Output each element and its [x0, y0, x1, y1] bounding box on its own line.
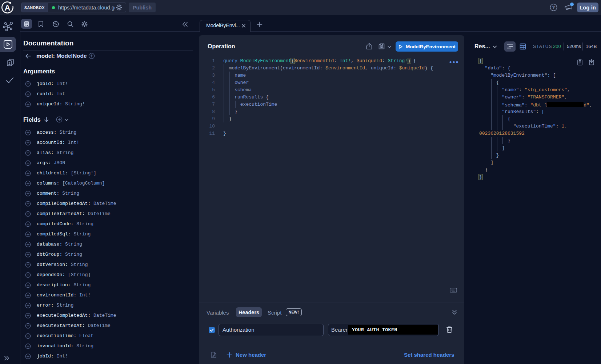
- svg-text:?: ?: [552, 5, 555, 10]
- svg-text:A: A: [5, 3, 11, 12]
